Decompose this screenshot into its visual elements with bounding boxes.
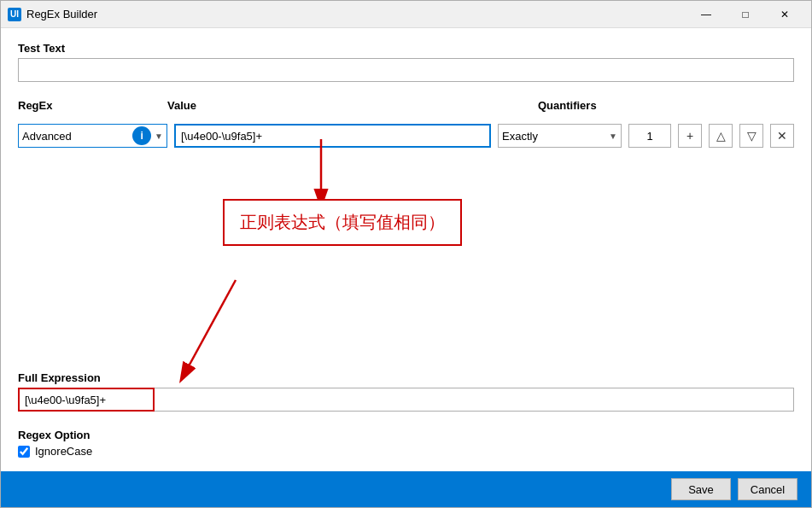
title-bar: UI RegEx Builder — □ ✕ bbox=[1, 1, 811, 28]
annotation-box: 正则表达式（填写值相同） bbox=[223, 199, 462, 246]
bottom-bar: Save Cancel bbox=[1, 471, 811, 507]
maximize-button[interactable]: □ bbox=[726, 1, 765, 28]
regex-option-section: Regex Option IgnoreCase bbox=[18, 429, 794, 458]
regex-select-wrapper[interactable]: Advanced Basic Extended i ▼ bbox=[18, 124, 167, 148]
quantifier-dropdown-arrow: ▼ bbox=[605, 131, 621, 141]
regex-col-header: RegEx bbox=[18, 99, 167, 112]
quantifier-down-button[interactable]: ▽ bbox=[739, 124, 763, 148]
value-col-header: Value bbox=[167, 99, 531, 112]
regex-dropdown-arrow: ▼ bbox=[151, 131, 166, 141]
quantifier-select[interactable]: Exactly At least Between bbox=[499, 125, 605, 147]
content-area: Test Text RegEx Value Quantifiers Advanc… bbox=[1, 28, 811, 471]
ignore-case-checkbox[interactable] bbox=[18, 446, 30, 458]
quantifier-select-wrapper[interactable]: Exactly At least Between ▼ bbox=[498, 124, 622, 148]
ignore-case-label: IgnoreCase bbox=[35, 445, 92, 458]
svg-line-3 bbox=[184, 280, 236, 374]
full-expression-rest bbox=[155, 388, 794, 412]
window-controls: — □ ✕ bbox=[686, 1, 804, 28]
column-headers: RegEx Value Quantifiers bbox=[18, 99, 794, 112]
test-text-section: Test Text bbox=[18, 42, 794, 82]
main-window: UI RegEx Builder — □ ✕ Test Text RegEx V… bbox=[0, 0, 812, 508]
app-icon: UI bbox=[8, 8, 21, 21]
quantifier-clear-button[interactable]: ✕ bbox=[770, 124, 794, 148]
save-button[interactable]: Save bbox=[671, 478, 731, 500]
window-title: RegEx Builder bbox=[26, 8, 686, 20]
close-button[interactable]: ✕ bbox=[765, 1, 804, 28]
full-expression-section: Full Expression [\u4e00-\u9fa5]+ bbox=[18, 371, 794, 412]
quantifier-add-button[interactable]: + bbox=[678, 124, 702, 148]
quantifier-number-input[interactable] bbox=[628, 124, 671, 148]
controls-row: Advanced Basic Extended i ▼ Exactly At l… bbox=[18, 124, 794, 148]
annotation-text: 正则表达式（填写值相同） bbox=[240, 213, 445, 231]
full-expression-row: [\u4e00-\u9fa5]+ bbox=[18, 388, 794, 412]
full-expression-label: Full Expression bbox=[18, 371, 794, 384]
regex-option-label: Regex Option bbox=[18, 429, 794, 441]
full-expression-value: [\u4e00-\u9fa5]+ bbox=[18, 388, 155, 412]
quantifier-up-button[interactable]: △ bbox=[709, 124, 733, 148]
regex-select[interactable]: Advanced Basic Extended bbox=[19, 125, 132, 147]
quantifiers-col-header: Quantifiers bbox=[538, 99, 794, 112]
ignore-case-row: IgnoreCase bbox=[18, 445, 794, 458]
test-text-label: Test Text bbox=[18, 42, 794, 55]
info-button[interactable]: i bbox=[132, 126, 151, 145]
test-text-input[interactable] bbox=[18, 58, 794, 82]
cancel-button[interactable]: Cancel bbox=[738, 478, 797, 500]
minimize-button[interactable]: — bbox=[686, 1, 726, 28]
arrow-up-left bbox=[176, 280, 261, 385]
